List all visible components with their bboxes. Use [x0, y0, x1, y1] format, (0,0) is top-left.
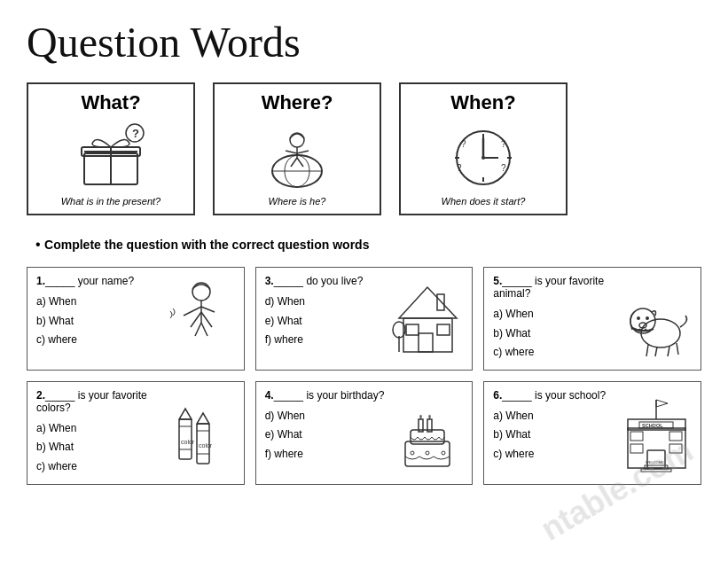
- svg-rect-60: [405, 441, 450, 466]
- svg-line-30: [201, 307, 215, 312]
- svg-point-44: [646, 316, 649, 320]
- answer-6b: b) What: [493, 425, 614, 445]
- svg-rect-36: [406, 324, 419, 335]
- svg-line-49: [677, 343, 678, 355]
- svg-text:color: color: [181, 439, 195, 445]
- exercise-6-question: 6._____ is your school?: [493, 389, 614, 402]
- exercise-6-answers: a) When b) What c) where: [493, 407, 614, 464]
- answer-1a: a) When: [36, 293, 157, 312]
- card-what-image: ?: [67, 120, 155, 191]
- exercise-2-question: 2._____ is your favorite colors?: [36, 389, 157, 414]
- exercise-3-question: 3._____ do you live?: [265, 275, 386, 287]
- svg-line-14: [297, 158, 303, 167]
- exercise-1-content: 1._____ your name? a) When b) What c) wh…: [36, 275, 157, 363]
- svg-line-31: [195, 323, 201, 336]
- exercises-grid: 1._____ your name? a) When b) What c) wh…: [27, 267, 701, 485]
- page-title: Question Words: [27, 18, 701, 66]
- svg-text:SCHOOL: SCHOOL: [642, 423, 663, 428]
- answer-1b: b) What: [36, 312, 157, 332]
- exercise-6-content: 6._____ is your school? a) When b) What …: [493, 389, 614, 477]
- svg-point-64: [411, 451, 414, 455]
- exercise-4: 4._____ is your birthday? d) When e) Wha…: [255, 381, 474, 485]
- svg-line-11: [286, 151, 297, 153]
- svg-rect-79: [641, 469, 671, 472]
- svg-point-66: [442, 451, 445, 455]
- svg-line-46: [646, 345, 648, 356]
- exercise-1: 1._____ your name? a) When b) What c) wh…: [27, 267, 245, 371]
- exercise-2-content: 2._____ is your favorite colors? a) When…: [36, 389, 157, 477]
- svg-point-22: [481, 156, 485, 160]
- exercise-2-image: color color: [164, 389, 235, 477]
- word-card-when: When? ? ? ? ? Wh: [399, 82, 568, 215]
- answer-4e: e) What: [265, 425, 386, 445]
- card-when-image: ? ? ? ?: [439, 120, 528, 191]
- exercise-3-content: 3._____ do you live? d) When e) What f) …: [265, 275, 386, 363]
- svg-text:?: ?: [461, 139, 466, 149]
- word-card-what: What? ? What is in the present?: [27, 82, 195, 215]
- exercise-4-image: [392, 389, 463, 477]
- exercise-5-question: 5._____ is your favorite animal?: [493, 275, 614, 300]
- svg-text:WELCOME: WELCOME: [646, 460, 664, 464]
- svg-text:?: ?: [457, 163, 462, 173]
- svg-rect-35: [419, 333, 433, 352]
- card-where-image: [253, 120, 341, 191]
- svg-marker-51: [179, 409, 192, 419]
- svg-marker-55: [197, 413, 209, 424]
- exercise-5-answers: a) When b) What c) where: [493, 305, 614, 363]
- card-when-title: When?: [450, 91, 515, 114]
- svg-marker-72: [656, 400, 668, 407]
- svg-marker-34: [399, 287, 457, 318]
- word-cards-section: What? ? What is in the present?: [27, 82, 701, 215]
- answer-2c: c) where: [36, 457, 157, 477]
- answer-5c: c) where: [493, 343, 614, 363]
- answer-5b: b) What: [493, 324, 614, 344]
- svg-text:?: ?: [501, 163, 506, 173]
- exercise-5-content: 5._____ is your favorite animal? a) When…: [493, 275, 614, 363]
- svg-line-48: [668, 347, 669, 356]
- svg-rect-74: [630, 432, 643, 441]
- answer-3d: d) When: [265, 293, 386, 312]
- card-where-title: Where?: [262, 91, 333, 114]
- svg-point-65: [426, 451, 429, 455]
- answer-6c: c) where: [493, 445, 614, 464]
- answer-4f: f) where: [265, 445, 386, 464]
- answer-2b: b) What: [36, 438, 157, 457]
- answer-1c: c) where: [36, 331, 157, 350]
- exercise-6-image: SCHOOL WELCOME: [621, 389, 692, 477]
- svg-point-27: [192, 283, 210, 301]
- svg-line-47: [655, 347, 657, 356]
- card-what-title: What?: [81, 91, 140, 114]
- exercise-1-image: [164, 275, 235, 363]
- svg-text:color: color: [199, 442, 213, 449]
- exercise-6: 6._____ is your school? a) When b) What …: [483, 381, 701, 485]
- exercise-5-image: [621, 275, 692, 363]
- answer-5a: a) When: [493, 305, 614, 324]
- svg-line-29: [184, 307, 201, 316]
- exercise-5: 5._____ is your favorite animal? a) When…: [483, 267, 701, 371]
- svg-text:?: ?: [501, 139, 506, 149]
- exercise-2: 2._____ is your favorite colors? a) When…: [27, 381, 245, 485]
- exercise-4-answers: d) When e) What f) where: [265, 407, 386, 464]
- answer-3e: e) What: [265, 312, 386, 332]
- card-when-caption: When does it start?: [442, 196, 526, 207]
- svg-point-43: [637, 316, 640, 320]
- exercise-3-image: [392, 275, 463, 363]
- svg-rect-75: [669, 432, 682, 441]
- card-where-caption: Where is he?: [269, 196, 326, 207]
- word-card-where: Where? Where is he?: [213, 82, 381, 215]
- answer-6a: a) When: [493, 407, 614, 426]
- answer-3f: f) where: [265, 331, 386, 350]
- svg-line-13: [291, 158, 297, 167]
- exercise-1-answers: a) When b) What c) where: [36, 293, 157, 350]
- answer-2a: a) When: [36, 419, 157, 439]
- svg-line-12: [297, 151, 309, 153]
- exercise-1-question: 1._____ your name?: [36, 275, 157, 287]
- svg-line-32: [201, 323, 207, 336]
- svg-point-9: [290, 133, 304, 147]
- svg-rect-76: [630, 444, 643, 453]
- exercise-3-answers: d) When e) What f) where: [265, 293, 386, 350]
- exercise-4-content: 4._____ is your birthday? d) When e) Wha…: [265, 389, 386, 477]
- card-what-caption: What is in the present?: [61, 196, 161, 207]
- answer-4d: d) When: [265, 407, 386, 426]
- instruction-text: Complete the question with the correct q…: [35, 237, 701, 253]
